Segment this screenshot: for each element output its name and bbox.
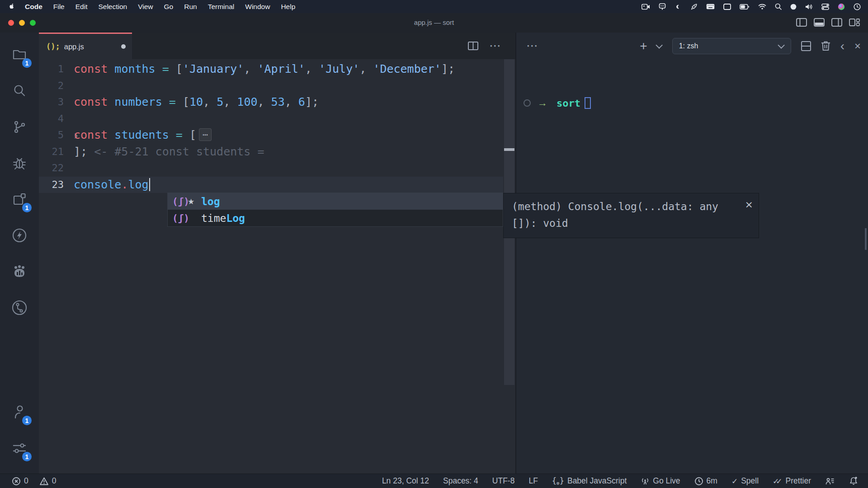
code-line-5[interactable]: const students = [⋯ xyxy=(74,127,212,144)
people-accounts-icon[interactable] xyxy=(825,477,835,486)
status-go-live[interactable]: Go Live xyxy=(641,476,680,486)
menu-go[interactable]: Go xyxy=(159,3,179,11)
status-bar: 0 0 Ln 23, Col 12 Spaces: 4 UTF-8 LF {⊗}… xyxy=(0,474,868,488)
apple-menu-icon[interactable] xyxy=(8,3,16,10)
line-number-5: 5› xyxy=(58,127,64,144)
code-line-3[interactable]: const numbers = [10, 5, 100, 53, 6]; xyxy=(74,94,319,111)
rocket-icon[interactable] xyxy=(690,3,698,10)
control-center-icon[interactable] xyxy=(821,4,829,10)
code-time-label: 6m xyxy=(707,476,717,486)
clock-icon xyxy=(694,477,703,486)
new-terminal-dropdown-icon[interactable] xyxy=(656,42,663,49)
star-icon: ★ xyxy=(188,197,201,206)
modified-dot-icon[interactable] xyxy=(121,44,126,49)
editor-scrollbar[interactable] xyxy=(503,59,515,474)
menu-edit[interactable]: Edit xyxy=(70,3,93,11)
menu-terminal[interactable]: Terminal xyxy=(203,3,240,11)
search-icon[interactable] xyxy=(775,3,782,10)
new-terminal-icon[interactable]: + xyxy=(640,39,647,53)
activity-explorer[interactable]: 1 xyxy=(0,39,39,70)
method-icon: (ʃ) xyxy=(172,213,188,224)
overview-ruler-cursor-marker xyxy=(504,148,514,151)
keyboard-icon[interactable] xyxy=(706,4,715,9)
kill-terminal-trash-icon[interactable] xyxy=(821,41,830,51)
line-number-1: 1 xyxy=(58,61,64,78)
desktop-icon[interactable] xyxy=(723,4,731,10)
close-panel-icon[interactable]: × xyxy=(854,40,861,52)
folded-code-badge[interactable]: ⋯ xyxy=(199,128,212,141)
activity-search[interactable] xyxy=(0,75,39,107)
braces-icon: {⊗} xyxy=(552,476,564,486)
menu-run[interactable]: Run xyxy=(179,3,202,11)
cleanshot-icon[interactable] xyxy=(675,3,682,10)
command-decoration-icon[interactable] xyxy=(524,99,531,107)
menu-code[interactable]: Code xyxy=(19,3,48,11)
close-icon[interactable]: × xyxy=(745,196,753,213)
status-eol[interactable]: LF xyxy=(528,476,538,486)
warning-count: 0 xyxy=(52,476,57,486)
status-spell[interactable]: ✓ Spell xyxy=(731,476,759,486)
line-number-22: 22 xyxy=(52,160,64,177)
activity-thunder-client[interactable] xyxy=(0,220,39,251)
battery-charging-icon[interactable] xyxy=(740,4,750,9)
editor-more-actions-icon[interactable]: ⋯ xyxy=(489,39,502,53)
terminal-cursor xyxy=(585,97,591,109)
go-live-label: Go Live xyxy=(653,476,680,486)
activity-debug[interactable] xyxy=(0,147,39,179)
menu-view[interactable]: View xyxy=(132,3,158,11)
code-editor[interactable]: 12345›212223 const months = ['January', … xyxy=(39,59,503,474)
toggle-panel-icon[interactable] xyxy=(814,18,825,27)
activity-accounts[interactable]: 1 xyxy=(0,396,39,428)
tab-label: app.js xyxy=(64,42,84,51)
toggle-secondary-sidebar-icon[interactable] xyxy=(831,18,842,27)
status-line-col[interactable]: Ln 23, Col 12 xyxy=(382,476,429,486)
suggest-item-timelog[interactable]: (ʃ) timeLog xyxy=(168,210,503,226)
status-code-time[interactable]: 6m xyxy=(694,476,717,486)
panel-more-actions-icon[interactable]: ⋯ xyxy=(526,39,539,53)
display-dot-icon[interactable] xyxy=(790,4,797,10)
language-label: Babel JavaScript xyxy=(567,476,627,486)
notifications-bell-icon[interactable] xyxy=(849,476,858,486)
activity-extensions[interactable]: 1 xyxy=(0,183,39,215)
check-icon: ✓ xyxy=(731,477,738,486)
activity-code-time[interactable] xyxy=(0,256,39,287)
menu-file[interactable]: File xyxy=(48,3,70,11)
terminal-scrollbar[interactable] xyxy=(865,228,867,250)
wifi-icon[interactable] xyxy=(758,4,766,9)
panel-collapse-icon[interactable]: ‹ xyxy=(840,42,844,51)
split-terminal-icon[interactable] xyxy=(801,41,811,51)
title-bar: app.js — sort xyxy=(0,13,868,33)
code-line-1[interactable]: const months = ['January', 'April', 'Jul… xyxy=(74,61,455,78)
activity-source-control[interactable] xyxy=(0,111,39,143)
problems-warnings[interactable]: 0 xyxy=(39,476,57,486)
problems-errors[interactable]: 0 xyxy=(12,476,28,486)
terminal-prompt-line[interactable]: → sort xyxy=(524,96,591,110)
tab-appjs[interactable]: (); app.js xyxy=(39,33,132,59)
status-language-mode[interactable]: {⊗} Babel JavaScript xyxy=(552,476,627,486)
status-prettier[interactable]: ✓✓ Prettier xyxy=(773,476,811,486)
code-line-23[interactable]: console.log xyxy=(74,177,150,193)
customize-layout-icon[interactable] xyxy=(849,18,860,27)
volume-icon[interactable] xyxy=(805,4,813,10)
menu-help[interactable]: Help xyxy=(275,3,301,11)
suggest-item-log[interactable]: (ʃ) ★log xyxy=(168,193,503,210)
status-indentation[interactable]: Spaces: 4 xyxy=(443,476,478,486)
menu-window[interactable]: Window xyxy=(240,3,275,11)
screen-record-icon[interactable] xyxy=(659,3,666,10)
code-line-21[interactable]: ]; <- #5-21 const students = xyxy=(74,144,264,160)
activity-settings[interactable]: 1 xyxy=(0,432,39,464)
prompt-arrow-icon: → xyxy=(538,97,547,109)
branch-icon xyxy=(12,119,27,135)
toggle-primary-sidebar-icon[interactable] xyxy=(796,18,807,27)
siri-icon[interactable] xyxy=(838,3,845,10)
time-icon[interactable] xyxy=(854,3,861,10)
status-encoding[interactable]: UTF-8 xyxy=(492,476,515,486)
menu-selection[interactable]: Selection xyxy=(93,3,132,11)
prettier-label: Prettier xyxy=(786,476,811,486)
camera-icon[interactable] xyxy=(642,4,650,10)
intellisense-suggest-widget: (ʃ) ★log (ʃ) timeLog xyxy=(167,192,503,227)
activity-gitlens[interactable] xyxy=(0,292,39,324)
split-editor-icon[interactable] xyxy=(468,42,478,50)
terminal-instance-select[interactable]: 1: zsh xyxy=(672,38,791,54)
window-title: app.js — sort xyxy=(0,19,868,26)
